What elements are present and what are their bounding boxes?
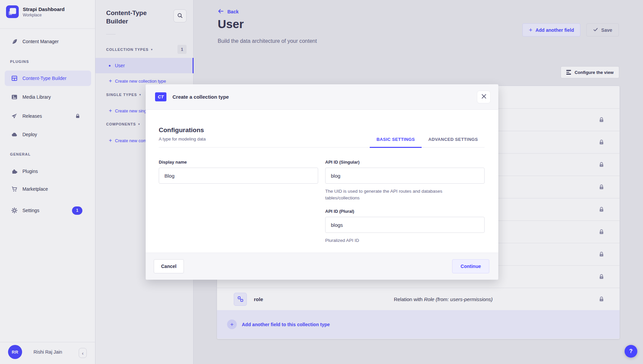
api-id-plural-label: API ID (Plural) (325, 209, 354, 214)
collection-type-badge: CT (155, 92, 166, 101)
display-name-field[interactable] (159, 168, 318, 184)
section-heading: Configurations A type for modeling data (159, 126, 206, 147)
form-column-left: Display name (159, 159, 318, 244)
api-id-singular-block: API ID (Singular) The UID is used to gen… (325, 159, 485, 201)
api-id-singular-hint: The UID is used to generate the API rout… (325, 188, 466, 201)
close-button[interactable] (477, 91, 491, 103)
api-id-plural-hint: Pluralized API ID (325, 237, 466, 244)
question-mark-icon: ? (629, 348, 633, 354)
close-icon (481, 93, 487, 100)
api-id-plural-block: API ID (Plural) Pluralized API ID (325, 208, 485, 244)
modal-section-header: Configurations A type for modeling data … (159, 126, 485, 148)
form-column-right: API ID (Singular) The UID is used to gen… (325, 159, 485, 244)
modal-tabs: BASIC SETTINGS ADVANCED SETTINGS (370, 137, 485, 147)
help-button[interactable]: ? (625, 345, 637, 358)
modal-footer: Cancel Continue (146, 253, 498, 280)
api-id-singular-field[interactable] (325, 168, 485, 184)
strapi-app: Strapi Dashboard Workplace Content Manag… (0, 0, 643, 364)
modal-body: Configurations A type for modeling data … (146, 110, 498, 253)
modal-form: Display name API ID (Singular) The UID i… (159, 159, 485, 244)
api-id-plural-field[interactable] (325, 217, 485, 233)
cancel-button[interactable]: Cancel (154, 259, 184, 273)
section-title: Configurations (159, 126, 206, 134)
api-id-singular-label: API ID (Singular) (325, 160, 360, 165)
tab-basic-settings[interactable]: BASIC SETTINGS (370, 137, 422, 148)
modal-title: Create a collection type (172, 94, 229, 100)
modal-header: CT Create a collection type (146, 84, 498, 110)
create-collection-type-modal: CT Create a collection type Configuratio… (146, 84, 498, 280)
display-name-label: Display name (159, 160, 187, 165)
tab-advanced-settings[interactable]: ADVANCED SETTINGS (422, 137, 485, 148)
continue-button[interactable]: Continue (452, 259, 489, 273)
section-subtitle: A type for modeling data (159, 136, 206, 147)
